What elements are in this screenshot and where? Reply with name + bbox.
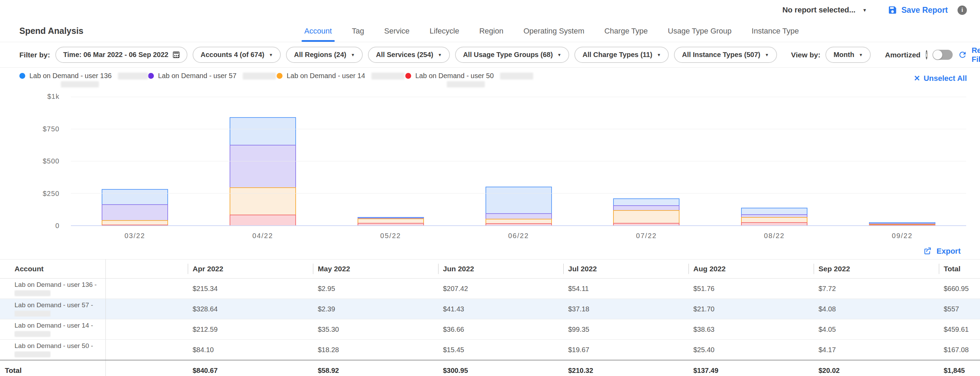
bar-segment-lab-on-demand-user-136[interactable] bbox=[102, 189, 168, 204]
spacer-cell bbox=[105, 340, 188, 360]
save-report-button[interactable]: Save Report bbox=[888, 5, 948, 15]
charge-types-filter[interactable]: All Charge Types (11)▼ bbox=[574, 47, 669, 63]
legend-label: Lab on Demand - user 50 bbox=[415, 72, 494, 80]
bar-segment-lab-on-demand-user-50[interactable] bbox=[102, 225, 168, 225]
value-cell: $51.76 bbox=[689, 279, 814, 299]
value-cell: $19.67 bbox=[563, 340, 689, 360]
spacer-cell bbox=[105, 279, 188, 299]
tab-usage-type-group[interactable]: Usage Type Group bbox=[668, 20, 731, 42]
tab-charge-type[interactable]: Charge Type bbox=[605, 20, 648, 42]
bar-segment-lab-on-demand-user-57[interactable] bbox=[102, 204, 168, 220]
bar-segment-lab-on-demand-user-136[interactable] bbox=[741, 208, 807, 214]
tab-tag[interactable]: Tag bbox=[352, 20, 364, 42]
view-by-dropdown[interactable]: Month ▼ bbox=[826, 47, 871, 63]
bar-segment-lab-on-demand-user-57[interactable] bbox=[613, 205, 679, 210]
chart-legend: Lab on Demand - user 136Lab on Demand - … bbox=[19, 72, 534, 87]
bar-segment-lab-on-demand-user-50[interactable] bbox=[869, 225, 935, 225]
chevron-down-icon: ▼ bbox=[862, 8, 867, 13]
table-row: Lab on Demand - user 57 -$328.64$2.39$41… bbox=[0, 299, 980, 319]
column-header-sep-2022[interactable]: Sep 2022 bbox=[814, 260, 939, 279]
column-header-aug-2022[interactable]: Aug 2022 bbox=[689, 260, 814, 279]
bar-segment-lab-on-demand-user-136[interactable] bbox=[485, 187, 552, 213]
column-header-apr-2022[interactable]: Apr 2022 bbox=[188, 260, 313, 279]
column-header-jun-2022[interactable]: Jun 2022 bbox=[438, 260, 563, 279]
usage-type-groups-filter[interactable]: All Usage Type Groups (68)▼ bbox=[455, 47, 570, 63]
bar-segment-lab-on-demand-user-14[interactable] bbox=[485, 219, 552, 224]
tab-region[interactable]: Region bbox=[479, 20, 503, 42]
chevron-down-icon: ▼ bbox=[657, 52, 661, 57]
bar-segment-lab-on-demand-user-57[interactable] bbox=[485, 213, 552, 218]
chart-plot-area: 03/2204/2205/2206/2207/2208/2209/22 bbox=[71, 97, 966, 226]
table-total-row: Total$840.67$58.92$300.95$210.32$137.49$… bbox=[0, 360, 980, 376]
account-name: Lab on Demand - user 14 - bbox=[14, 322, 105, 329]
column-header-jul-2022[interactable]: Jul 2022 bbox=[563, 260, 689, 279]
redacted-text bbox=[14, 290, 51, 296]
column-header-account[interactable]: Account bbox=[0, 260, 105, 279]
bar-segment-lab-on-demand-user-14[interactable] bbox=[613, 210, 679, 223]
services-filter[interactable]: All Services (254)▼ bbox=[368, 47, 450, 63]
bar-segment-lab-on-demand-user-50[interactable] bbox=[485, 223, 552, 225]
legend-item-lab-on-demand-user-57[interactable]: Lab on Demand - user 57 bbox=[148, 72, 277, 87]
legend-label: Lab on Demand - user 136 bbox=[29, 72, 112, 80]
export-button[interactable]: Export bbox=[923, 247, 961, 256]
bar-segment-lab-on-demand-user-50[interactable] bbox=[741, 222, 807, 225]
value-cell: $18.28 bbox=[313, 340, 438, 360]
redacted-text bbox=[14, 311, 51, 317]
instance-types-filter[interactable]: All Instance Types (507)▼ bbox=[674, 47, 777, 63]
legend-label: Lab on Demand - user 57 bbox=[158, 72, 237, 80]
chevron-down-icon: ▼ bbox=[438, 52, 442, 57]
tab-operating-system[interactable]: Operating System bbox=[523, 20, 584, 42]
value-cell: $328.64 bbox=[188, 299, 313, 319]
account-name: Lab on Demand - user 50 - bbox=[14, 342, 105, 350]
export-icon bbox=[923, 247, 932, 256]
report-selector-dropdown[interactable]: No report selected... ▼ bbox=[782, 6, 867, 14]
accounts-filter[interactable]: Accounts 4 (of 674)▼ bbox=[192, 47, 281, 63]
value-cell: $37.18 bbox=[563, 299, 689, 319]
bar-segment-lab-on-demand-user-57[interactable] bbox=[741, 214, 807, 217]
legend-item-lab-on-demand-user-136[interactable]: Lab on Demand - user 136 bbox=[19, 72, 148, 87]
reset-filters-button[interactable]: Reset Filters bbox=[958, 46, 980, 64]
title-bar: Spend Analysis AccountTagServiceLifecycl… bbox=[0, 20, 980, 42]
total-label-cell: Total bbox=[0, 360, 105, 376]
account-cell: Lab on Demand - user 14 - bbox=[0, 319, 105, 340]
instance-types-filter-label: All Instance Types (507) bbox=[682, 51, 760, 59]
legend-item-lab-on-demand-user-14[interactable]: Lab on Demand - user 14 bbox=[277, 72, 405, 87]
tab-account[interactable]: Account bbox=[304, 20, 332, 42]
bar-segment-lab-on-demand-user-50[interactable] bbox=[230, 214, 296, 225]
legend-line: Lab on Demand - user 136 bbox=[19, 72, 148, 80]
calendar-icon bbox=[173, 51, 180, 58]
tab-instance-type[interactable]: Instance Type bbox=[752, 20, 799, 42]
refresh-icon bbox=[958, 50, 967, 59]
legend-line bbox=[447, 81, 534, 87]
amortized-toggle[interactable] bbox=[932, 50, 953, 60]
bar-segment-lab-on-demand-user-136[interactable] bbox=[230, 117, 296, 145]
info-icon[interactable]: i bbox=[958, 6, 967, 15]
time-filter-label: Time: 06 Mar 2022 - 06 Sep 2022 bbox=[63, 51, 169, 59]
tab-lifecycle[interactable]: Lifecycle bbox=[430, 20, 459, 42]
value-cell: $25.40 bbox=[689, 340, 814, 360]
bar-segment-lab-on-demand-user-14[interactable] bbox=[230, 187, 296, 214]
filter-by-label: Filter by: bbox=[19, 51, 50, 59]
value-cell: $459.61 bbox=[939, 319, 980, 340]
value-cell: $207.42 bbox=[438, 279, 563, 299]
time-filter[interactable]: Time: 06 Mar 2022 - 06 Sep 2022 bbox=[55, 47, 188, 63]
info-icon[interactable]: i bbox=[926, 50, 928, 59]
tab-service[interactable]: Service bbox=[384, 20, 409, 42]
bar-segment-lab-on-demand-user-14[interactable] bbox=[358, 218, 424, 223]
total-value-cell: $210.32 bbox=[563, 360, 689, 376]
column-header-may-2022[interactable]: May 2022 bbox=[313, 260, 438, 279]
regions-filter[interactable]: All Regions (24)▼ bbox=[286, 47, 363, 63]
bar-segment-lab-on-demand-user-136[interactable] bbox=[613, 198, 679, 205]
column-header-total[interactable]: Total bbox=[939, 260, 980, 279]
bar-segment-lab-on-demand-user-14[interactable] bbox=[741, 217, 807, 222]
export-label: Export bbox=[936, 247, 961, 256]
bar-segment-lab-on-demand-user-50[interactable] bbox=[358, 223, 424, 225]
unselect-all-button[interactable]: ✕ Unselect All bbox=[913, 72, 967, 83]
y-tick-label: $500 bbox=[0, 157, 59, 165]
table-row: Lab on Demand - user 14 -$212.59$35.30$3… bbox=[0, 319, 980, 340]
bar-segment-lab-on-demand-user-57[interactable] bbox=[230, 145, 296, 187]
reset-filters-label: Reset Filters bbox=[972, 46, 980, 64]
bar-segment-lab-on-demand-user-14[interactable] bbox=[102, 220, 168, 225]
bar-segment-lab-on-demand-user-50[interactable] bbox=[613, 223, 679, 225]
legend-item-lab-on-demand-user-50[interactable]: Lab on Demand - user 50 bbox=[405, 72, 534, 87]
